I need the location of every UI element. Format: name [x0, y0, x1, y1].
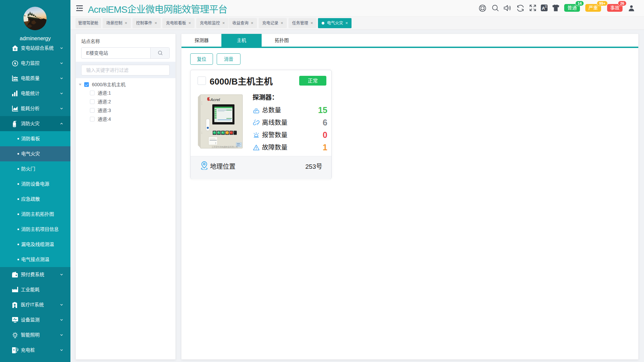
svg-text:江苏安科瑞电器制造有限公司: 江苏安科瑞电器制造有限公司: [212, 146, 238, 148]
svg-text:Acrel: Acrel: [210, 98, 220, 102]
svg-text:文: 文: [545, 5, 547, 8]
